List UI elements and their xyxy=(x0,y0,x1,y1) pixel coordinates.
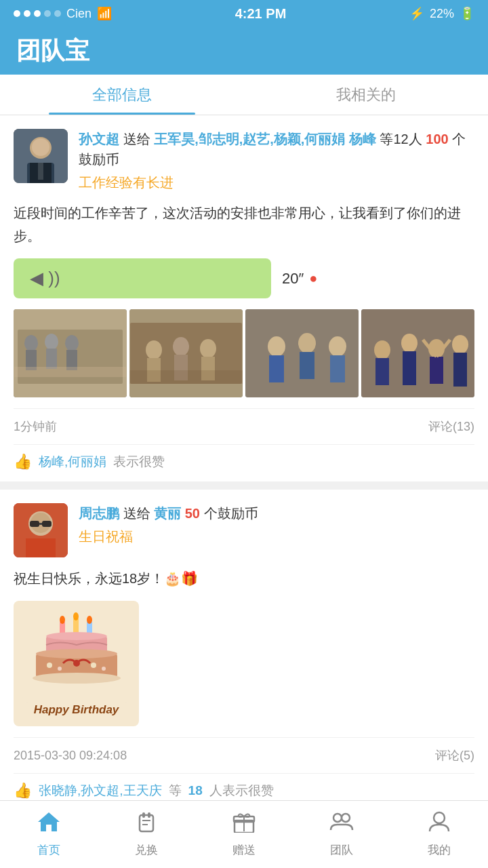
feed: 孙文超 送给 王军昊,邹志明,赵艺,杨颖,何丽娟 杨峰 等12人 100 个鼓励… xyxy=(0,115,488,868)
svg-rect-73 xyxy=(148,812,150,818)
image-cell-4[interactable] xyxy=(361,309,474,397)
recording-dot-1: ● xyxy=(309,271,317,286)
wifi-icon: 📶 xyxy=(97,6,112,21)
nav-label-home: 首页 xyxy=(37,842,60,858)
svg-rect-51 xyxy=(42,521,52,527)
timestamp-2: 2015-03-30 09:24:08 xyxy=(14,749,127,763)
dot3 xyxy=(34,10,41,17)
coin-label-2: 个鼓励币 xyxy=(204,506,258,521)
nav-label-gift: 赠送 xyxy=(232,842,256,858)
carrier-name: Cien xyxy=(66,7,92,21)
svg-rect-71 xyxy=(140,815,153,831)
svg-point-59 xyxy=(87,616,92,624)
svg-point-68 xyxy=(102,667,106,671)
svg-point-29 xyxy=(298,333,316,353)
svg-point-11 xyxy=(45,334,58,350)
post-sender-line-1: 孙文超 送给 王军昊,邹志明,赵艺,杨颖,何丽娟 杨峰 等12人 100 个鼓励… xyxy=(79,129,474,170)
nav-item-exchange[interactable]: 兑换 xyxy=(98,801,195,868)
nav-item-mine[interactable]: 我的 xyxy=(390,801,488,868)
svg-rect-48 xyxy=(26,538,56,557)
svg-rect-12 xyxy=(46,349,57,369)
voice-bar-1: ◀ )) 20″ ● xyxy=(14,258,474,298)
sender-name-1[interactable]: 孙文超 xyxy=(79,132,119,146)
like-names-1: 杨峰,何丽娟 xyxy=(39,453,106,471)
like-names-2: 张晓静,孙文超,王天庆 xyxy=(39,782,162,800)
dot1 xyxy=(14,10,20,17)
like-icon-1[interactable]: 👍 xyxy=(14,453,32,471)
comment-link-1[interactable]: 评论(13) xyxy=(428,418,474,435)
mine-icon xyxy=(427,811,451,838)
svg-rect-50 xyxy=(30,521,39,527)
post-footer-2: 2015-03-30 09:24:08 评论(5) xyxy=(14,737,474,773)
post-sender-line-2: 周志鹏 送给 黄丽 50 个鼓励币 xyxy=(79,503,474,524)
avatar-1 xyxy=(14,129,68,183)
svg-point-22 xyxy=(200,339,216,358)
home-icon xyxy=(37,811,61,838)
nav-item-team[interactable]: 团队 xyxy=(293,801,390,868)
sender-name-2[interactable]: 周志鹏 xyxy=(79,506,119,521)
image-cell-2[interactable] xyxy=(129,309,243,397)
exchange-icon xyxy=(134,811,159,838)
svg-point-13 xyxy=(65,335,79,351)
status-right: ⚡ 22% 🔋 xyxy=(409,6,474,21)
nav-item-home[interactable]: 首页 xyxy=(0,801,98,868)
svg-point-64 xyxy=(73,660,80,667)
nav-label-mine: 我的 xyxy=(428,842,451,858)
nav-label-exchange: 兑换 xyxy=(135,842,158,858)
nav-item-gift[interactable]: 赠送 xyxy=(195,801,293,868)
svg-point-27 xyxy=(268,336,285,357)
svg-point-57 xyxy=(60,616,65,624)
svg-marker-70 xyxy=(38,812,60,831)
tab-mine[interactable]: 我相关的 xyxy=(244,75,488,115)
post-text-1: 近段时间的工作辛苦了，这次活动的安排也非常用心，让我看到了你们的进步。 xyxy=(14,201,474,248)
svg-point-37 xyxy=(401,334,418,353)
battery-icon: 🔋 xyxy=(460,6,474,21)
svg-rect-38 xyxy=(403,351,416,385)
voice-duration-1: 20″ ● xyxy=(282,270,317,288)
dot5 xyxy=(54,10,61,17)
svg-rect-24 xyxy=(129,370,243,384)
svg-rect-28 xyxy=(269,355,284,382)
voice-button-1[interactable]: ◀ )) xyxy=(14,258,271,298)
svg-point-79 xyxy=(333,814,342,822)
post-footer-1: 1分钟前 评论(13) xyxy=(14,408,474,444)
recipient-2[interactable]: 黄丽 xyxy=(154,506,181,521)
image-cell-1[interactable] xyxy=(14,309,127,397)
recipients-1: 王军昊,邹志明,赵艺,杨颖,何丽娟 xyxy=(154,132,345,146)
avatar-2 xyxy=(14,503,68,557)
svg-rect-40 xyxy=(430,357,443,384)
team-icon xyxy=(329,811,354,838)
svg-point-20 xyxy=(173,337,189,356)
svg-point-35 xyxy=(374,340,390,359)
action-2: 送给 xyxy=(123,506,155,521)
like-middle-2: 等 xyxy=(169,782,182,800)
coin-amount-1: 100 xyxy=(426,132,452,146)
like-icon-2[interactable]: 👍 xyxy=(14,782,32,800)
birthday-image-2: Happy Birthday xyxy=(14,601,139,726)
svg-rect-72 xyxy=(142,812,145,818)
voice-play-icon: ◀ )) xyxy=(30,268,60,289)
post-tag-1: 工作经验有长进 xyxy=(79,174,474,192)
gift-icon xyxy=(232,811,256,838)
recipient-count-1: 等12人 xyxy=(380,132,422,146)
post-header-2: 周志鹏 送给 黄丽 50 个鼓励币 生日祝福 xyxy=(14,503,474,557)
svg-point-9 xyxy=(24,335,38,351)
dot4 xyxy=(44,10,51,17)
battery-percent: 22% xyxy=(430,7,454,21)
app-title: 团队宝 xyxy=(16,35,89,68)
svg-rect-36 xyxy=(375,358,389,385)
svg-rect-6 xyxy=(38,163,43,180)
svg-point-65 xyxy=(47,663,52,668)
comment-link-2[interactable]: 评论(5) xyxy=(435,747,474,764)
tab-bar: 全部信息 我相关的 xyxy=(0,75,488,115)
post-text-2: 祝生日快乐，永远18岁！🎂🎁 xyxy=(14,567,474,590)
svg-point-18 xyxy=(146,340,162,359)
timestamp-1: 1分钟前 xyxy=(14,418,57,435)
svg-point-31 xyxy=(329,336,346,357)
svg-point-58 xyxy=(73,612,79,620)
svg-rect-42 xyxy=(453,353,467,387)
tab-all[interactable]: 全部信息 xyxy=(0,75,244,115)
status-bar: Cien 📶 4:21 PM ⚡ 22% 🔋 xyxy=(0,0,488,27)
image-cell-3[interactable] xyxy=(245,309,359,397)
avatar-image-2 xyxy=(14,503,68,557)
